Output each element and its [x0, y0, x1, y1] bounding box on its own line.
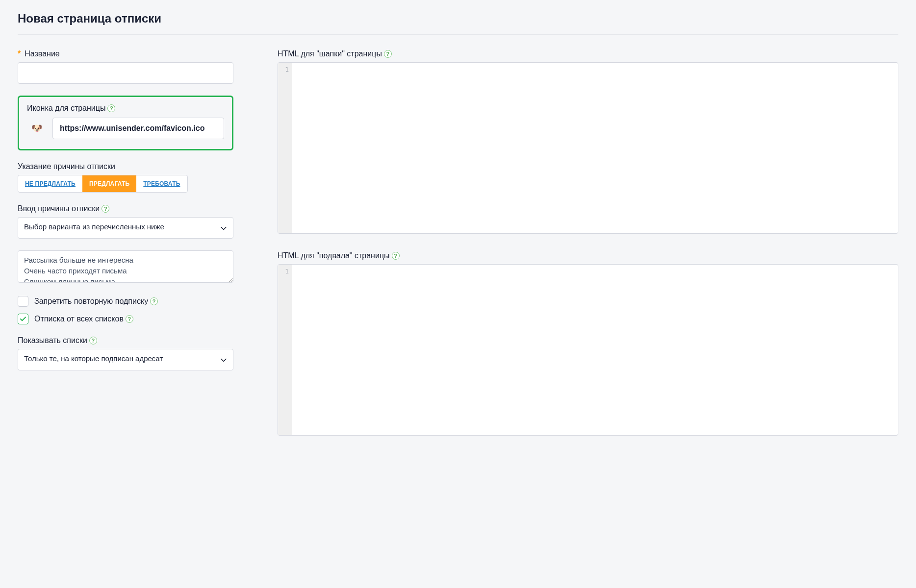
reason-mode-require-button[interactable]: ТРЕБОВАТЬ: [136, 175, 187, 192]
show-lists-select[interactable]: Только те, на которые подписан адресат: [18, 349, 233, 370]
header-html-label: HTML для "шапки" страницы: [278, 49, 382, 58]
required-star-icon: *: [18, 49, 21, 58]
field-footer-html: HTML для "подвала" страницы ? 1: [278, 251, 898, 436]
checkbox-forbid-resubscribe-row: Запретить повторную подписку ?: [18, 296, 233, 307]
help-icon[interactable]: ?: [150, 297, 158, 305]
favicon-url-input[interactable]: [52, 118, 224, 139]
help-icon[interactable]: ?: [89, 337, 97, 344]
name-input[interactable]: [18, 62, 233, 84]
reason-presets-textarea[interactable]: [18, 250, 233, 283]
footer-html-editor[interactable]: 1: [278, 264, 898, 436]
favicon-highlight-box: Иконка для страницы ? 🐶: [18, 96, 233, 150]
divider: [18, 34, 898, 35]
favicon-emoji-icon: 🐶: [31, 123, 42, 134]
unsub-all-checkbox[interactable]: [18, 314, 28, 324]
help-icon[interactable]: ?: [384, 50, 392, 58]
unsub-all-label: Отписка от всех списков: [34, 315, 124, 323]
reason-mode-label: Указание причины отписки: [18, 162, 115, 171]
field-name: * Название: [18, 49, 233, 84]
help-icon[interactable]: ?: [392, 252, 400, 260]
field-show-lists: Показывать списки ? Только те, на которы…: [18, 336, 233, 370]
favicon-preview: 🐶: [27, 119, 47, 138]
header-html-editor[interactable]: 1: [278, 62, 898, 234]
forbid-resubscribe-checkbox[interactable]: [18, 296, 28, 307]
reason-mode-suggest-button[interactable]: ПРЕДЛАГАТЬ: [82, 175, 136, 192]
footer-html-label: HTML для "подвала" страницы: [278, 251, 390, 260]
reason-mode-none-button[interactable]: НЕ ПРЕДЛАГАТЬ: [18, 175, 82, 192]
editor-body[interactable]: [292, 63, 898, 233]
editor-body[interactable]: [292, 265, 898, 435]
name-label: Название: [25, 49, 60, 58]
reason-mode-group: НЕ ПРЕДЛАГАТЬ ПРЕДЛАГАТЬ ТРЕБОВАТЬ: [18, 175, 188, 193]
editor-gutter: 1: [278, 63, 292, 233]
page-title: Новая страница отписки: [18, 12, 898, 25]
field-reason-mode: Указание причины отписки НЕ ПРЕДЛАГАТЬ П…: [18, 162, 233, 193]
field-header-html: HTML для "шапки" страницы ? 1: [278, 49, 898, 234]
help-icon[interactable]: ?: [126, 315, 133, 323]
reason-input-select[interactable]: Выбор варианта из перечисленных ниже: [18, 217, 233, 239]
line-number: 1: [278, 66, 289, 73]
checkbox-unsub-all-row: Отписка от всех списков ?: [18, 314, 233, 324]
show-lists-label: Показывать списки: [18, 336, 87, 345]
help-icon[interactable]: ?: [107, 104, 115, 112]
line-number: 1: [278, 268, 289, 275]
favicon-label: Иконка для страницы: [27, 104, 105, 113]
field-reason-input: Ввод причины отписки ? Выбор варианта из…: [18, 204, 233, 239]
field-reason-presets: [18, 250, 233, 284]
forbid-resubscribe-label: Запретить повторную подписку: [34, 297, 148, 306]
editor-gutter: 1: [278, 265, 292, 435]
help-icon[interactable]: ?: [102, 205, 109, 213]
reason-input-label: Ввод причины отписки: [18, 204, 100, 213]
